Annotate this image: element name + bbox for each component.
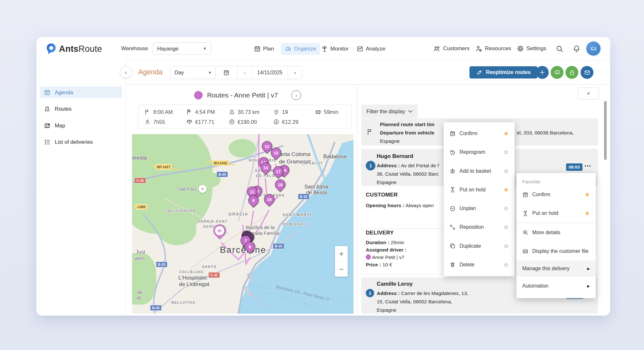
calendar-picker-button[interactable] [215,66,237,79]
favorite-star-icon[interactable]: ☆ [504,224,509,231]
nav-customers[interactable]: Customers [433,45,469,52]
circle-minus-icon [450,206,456,212]
reoptimize-routes-button[interactable]: Reoptimize routes [469,66,537,78]
arrows-diagonal-icon [450,224,456,230]
close-panel-button[interactable]: × [578,88,599,99]
road-badge: B-20 [150,305,162,311]
add-button[interactable] [536,66,549,79]
favorite-star-icon[interactable]: ☆ [504,149,509,156]
favorite-star-icon[interactable]: ★ [585,191,590,198]
view-select[interactable]: Day ▼ [170,66,216,79]
menu-item-unplan[interactable]: Unplan ☆ [444,199,515,218]
zoom-out-button[interactable]: − [335,262,348,277]
scale-icon [186,119,193,125]
stop-number-badge: 1 [366,161,375,170]
sidebar-item-deliveries[interactable]: List of deliveries [40,136,122,148]
menu-item-automation[interactable]: Automation ▶ [516,277,596,295]
map-label: vern [134,256,144,262]
arrow-down-circle-icon [273,119,279,125]
menu-item-manage-delivery[interactable]: Manage this delivery ▶ [516,261,596,277]
route-start-line2: Departure from vehicle [380,130,434,135]
nav-label: Customers [443,45,469,52]
search-icon[interactable] [555,45,564,54]
menu-item-confirm[interactable]: Confirm ★ [516,185,596,204]
gauge-icon [285,45,292,52]
app-window: AntsRoute Warehouse Hayange ▼ Plan Organ… [36,37,610,316]
bell-icon[interactable] [573,45,581,54]
favorite-star-icon[interactable]: ☆ [504,205,509,212]
menu-item-customer-file[interactable]: Display the customer file [516,242,596,261]
road-badge: C-16 [135,178,146,183]
stop-customer-name: Camille Leroy [377,281,413,287]
favorite-star-icon[interactable]: ☆ [504,243,509,250]
sidebar-item-agenda[interactable]: Agenda [40,87,122,98]
map-zoom-control: + − [335,246,348,277]
map-canvas[interactable]: oresta VALLVIDRERA Vall Parc ✉ NOU BARRI… [132,134,354,314]
person-icon [144,119,151,125]
route-title: Routes - Anne Petit | v7 [207,91,278,99]
menu-item-more-details[interactable]: More details [516,223,596,242]
expand-route-button[interactable]: › [291,90,301,100]
padlock-icon [569,69,575,76]
calendar-check-icon [522,192,528,198]
id-card-icon [522,248,528,254]
stat-margin: €12.29 [273,119,298,125]
panel-scrollbar[interactable] [604,101,607,160]
reoptimize-label: Reoptimize routes [486,69,531,75]
tab-monitor[interactable]: Monitor [317,43,353,55]
favorite-star-icon[interactable]: ★ [504,186,509,193]
chevron-down-icon: ▼ [208,70,212,75]
favorite-star-icon[interactable]: ★ [585,210,590,217]
favorite-star-icon[interactable]: ☆ [504,261,509,268]
nav-settings[interactable]: Settings [516,45,546,52]
map-label: Sant Adrià [304,184,328,190]
menu-item-put-on-hold[interactable]: Put on hold ★ [516,204,596,223]
sidebar-item-routes[interactable]: Routes [40,103,122,115]
export-button[interactable] [551,66,564,79]
nav-resources[interactable]: Resources [475,45,511,52]
sidebar-item-map[interactable]: Map [40,120,122,131]
tab-organize[interactable]: Organize [281,43,320,55]
menu-item-reprogram[interactable]: Reprogram ☆ [444,143,515,161]
menu-item-confirm[interactable]: Confirm ★ [444,124,515,143]
route-start-line1: Planned route start tim [380,122,434,127]
menu-item-duplicate[interactable]: Duplicate ☆ [444,237,515,255]
delivery-actions-menu: Confirm ★ Reprogram ☆ Add to basket ☆ Pu… [444,122,515,276]
map-label: BELLVITGE [171,300,195,304]
car-icon [217,228,222,233]
email-button[interactable] [581,66,593,79]
menu-section-header: Favorite [516,173,596,185]
poi-envelope-icon[interactable]: ✉ [198,185,207,193]
menu-item-delete[interactable]: Delete ☆ [444,255,515,274]
lock-button[interactable] [565,66,578,79]
tab-label: Analyze [366,46,385,52]
favorite-star-icon[interactable]: ☆ [504,168,509,175]
filter-display-button[interactable]: Filter the display [361,105,418,118]
next-day-button[interactable]: › [288,66,302,79]
tab-label: Organize [294,46,316,52]
arrow-up-circle-icon [229,119,235,125]
warehouse-select[interactable]: Hayange ▼ [153,42,211,55]
tab-plan[interactable]: Plan [250,43,278,55]
collapse-sidebar-button[interactable]: ‹ [120,67,131,78]
favorite-star-icon[interactable]: ★ [504,130,509,137]
checklist-icon [44,139,51,145]
map-label: VALLVIDRERA [165,209,195,213]
menu-item-put-on-hold[interactable]: Put on hold ★ [444,180,515,199]
route-color-dot [194,91,203,99]
menu-item-add-to-basket[interactable]: Add to basket ☆ [444,162,515,180]
tab-analyze[interactable]: Analyze [353,43,389,55]
calendar-check-icon [44,89,51,96]
more-actions-icon[interactable]: ••• [584,163,592,169]
signpost-icon [321,45,328,52]
hourglass-icon [450,187,456,193]
road-badge: B-10 [298,194,309,199]
zoom-in-button[interactable]: + [335,246,348,262]
map-label: SARRIÀ-SANT [197,219,227,223]
avatar[interactable]: CJ [586,41,601,56]
stat-cost: €177.71 [186,119,214,125]
road-badge: -1468 [135,204,147,210]
menu-item-reposition[interactable]: Reposition ☆ [444,218,515,236]
prev-day-button[interactable]: ‹ [237,66,252,79]
map-label: Vall Parc [178,186,197,192]
